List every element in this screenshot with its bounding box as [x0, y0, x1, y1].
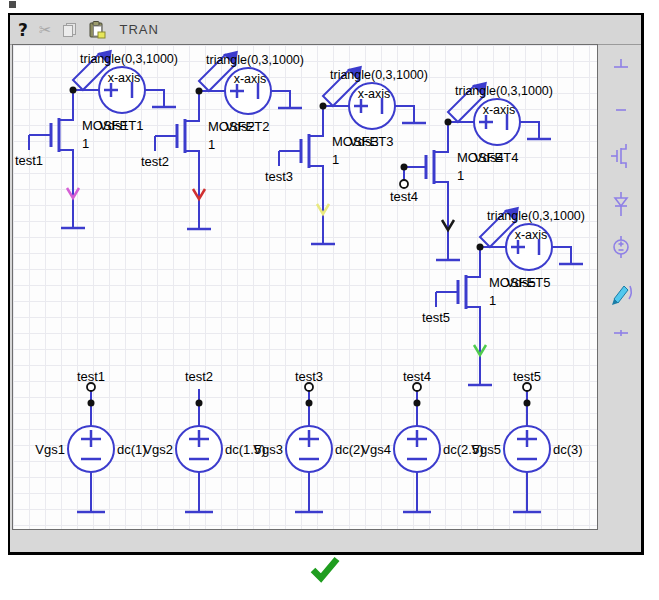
cut-icon[interactable]: ✂	[39, 19, 52, 41]
schematic-label: test3	[265, 169, 293, 184]
mosfet-symbol[interactable]	[279, 134, 309, 168]
mosfet-symbol[interactable]	[436, 275, 466, 309]
node-dot	[320, 103, 327, 110]
node-dot	[70, 87, 77, 94]
copy-icon[interactable]	[62, 19, 78, 41]
schematic-label: test1	[77, 369, 105, 384]
schematic-label: test5	[422, 310, 450, 325]
schematic-label: test5	[513, 369, 541, 384]
mosfet-symbol[interactable]	[29, 118, 59, 152]
port-icon[interactable]	[598, 318, 644, 348]
schematic-label: x-axis	[483, 103, 516, 117]
diode-icon[interactable]	[598, 189, 644, 219]
schematic-label: x-axis	[358, 87, 391, 101]
node-dot	[477, 244, 484, 251]
toolbar: ? ✂ TRAN	[10, 15, 641, 45]
voltage-source-symbol[interactable]: x-axistriangle(0,3,1000)	[206, 53, 304, 114]
node-dot	[196, 400, 203, 407]
ground-icon[interactable]	[598, 51, 644, 81]
check-icon	[308, 556, 342, 589]
node-dot	[88, 400, 95, 407]
schematic-label: Vds4	[474, 150, 504, 165]
schematic-label: dc(1)	[117, 442, 147, 457]
schematic-label: x-axis	[234, 72, 267, 86]
schematic-label: Vgs2	[143, 442, 173, 457]
schematic-label: triangle(0,3,1000)	[487, 209, 585, 223]
voltage-source-symbol[interactable]: x-axistriangle(0,3,1000)	[80, 52, 178, 113]
port-symbol[interactable]	[523, 383, 531, 391]
gate-source-Vgs5[interactable]: test5Vgs5dc(3)	[471, 369, 582, 512]
port-symbol[interactable]	[400, 180, 408, 188]
schematic-label: x-axis	[515, 228, 548, 242]
schematic-label: test2	[141, 154, 169, 169]
schematic-label: test4	[390, 189, 418, 204]
schematic-label: triangle(0,3,1000)	[330, 68, 428, 82]
schematic-label: Vds5	[506, 275, 536, 290]
probe-pencil-icon[interactable]	[598, 278, 644, 308]
gate-source-Vgs3[interactable]: test3Vgs3dc(2)	[253, 369, 364, 512]
mosfet-icon[interactable]	[598, 141, 644, 171]
schematic-label: Vgs4	[361, 442, 391, 457]
schematic-label: Vgs5	[471, 442, 501, 457]
schematic-label: Vgs1	[35, 442, 65, 457]
schematic-label: x-axis	[108, 71, 141, 85]
schematic-label: triangle(0,3,1000)	[455, 84, 553, 98]
port-symbol[interactable]	[305, 383, 313, 391]
schematic-label: test1	[15, 153, 43, 168]
component-sidebar	[598, 44, 644, 530]
gate-source-Vgs1[interactable]: test1Vgs1dc(1)	[35, 369, 146, 512]
window-artifact	[9, 1, 16, 8]
gate-source-Vgs2[interactable]: test2Vgs2dc(1.5)	[143, 369, 265, 512]
schematic-label: Vds3	[349, 134, 379, 149]
node-dot	[414, 400, 421, 407]
schematic-label: triangle(0,3,1000)	[206, 53, 304, 67]
schematic-label: Vgs3	[253, 442, 283, 457]
schematic-label: 1	[82, 136, 89, 151]
schematic-editor-window: ? ✂ TRAN x-axistriangle(0,3,1000)MOSFET1…	[8, 13, 644, 555]
node-dot	[524, 400, 531, 407]
mosfet-symbol[interactable]	[155, 119, 185, 153]
schematic-label: dc(3)	[553, 442, 583, 457]
voltage-source-symbol[interactable]: x-axistriangle(0,3,1000)	[330, 68, 428, 129]
help-button[interactable]: ?	[18, 19, 28, 41]
schematic-canvas[interactable]: x-axistriangle(0,3,1000)MOSFET1Vds11test…	[12, 44, 598, 530]
schematic-label: 1	[489, 293, 496, 308]
schematic-label: dc(2)	[335, 442, 365, 457]
simulation-mode-label[interactable]: TRAN	[119, 19, 158, 41]
schematic-label: Vds1	[99, 118, 129, 133]
gate-source-Vgs4[interactable]: test4Vgs4dc(2.5)	[361, 369, 483, 512]
voltage-source-symbol[interactable]: x-axistriangle(0,3,1000)	[487, 209, 585, 270]
node-dot	[306, 400, 313, 407]
test-circuit-test1[interactable]: x-axistriangle(0,3,1000)MOSFET1Vds11test…	[15, 45, 178, 228]
test-circuit-test2[interactable]: x-axistriangle(0,3,1000)MOSFET2Vds21test…	[141, 45, 304, 229]
schematic-label: test4	[403, 369, 431, 384]
wire-icon[interactable]	[598, 95, 644, 125]
port-symbol[interactable]	[87, 383, 95, 391]
node-dot	[401, 164, 408, 171]
voltage-source-symbol[interactable]: x-axistriangle(0,3,1000)	[455, 84, 553, 145]
schematic-label: 1	[208, 137, 215, 152]
schematic-label: 1	[332, 152, 339, 167]
paste-icon[interactable]	[89, 19, 106, 41]
schematic-label: Vds2	[225, 119, 255, 134]
schematic-label: test2	[185, 369, 213, 384]
schematic-label: triangle(0,3,1000)	[80, 52, 178, 66]
node-dot	[196, 88, 203, 95]
schematic-label: 1	[457, 168, 464, 183]
test-circuit-test3[interactable]: x-axistriangle(0,3,1000)MOSFET3Vds31test…	[265, 60, 428, 244]
node-dot	[445, 119, 452, 126]
voltage-source-icon[interactable]	[598, 232, 644, 262]
port-symbol[interactable]	[413, 383, 421, 391]
mosfet-symbol[interactable]	[404, 150, 434, 184]
schematic-label: test3	[295, 369, 323, 384]
